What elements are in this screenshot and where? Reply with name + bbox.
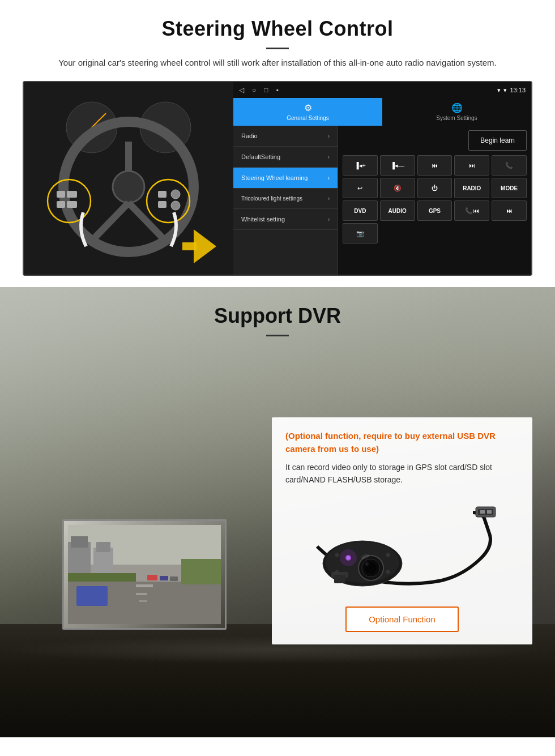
svg-rect-14 — [57, 201, 65, 208]
arrow-icon: › — [328, 175, 330, 181]
ctrl-next[interactable]: ⏭ — [454, 155, 489, 176]
menu-radio-label: Radio — [241, 133, 258, 139]
svg-point-53 — [335, 553, 339, 557]
svg-rect-39 — [480, 510, 485, 514]
ctrl-gps[interactable]: GPS — [417, 200, 452, 221]
svg-rect-24 — [71, 536, 88, 548]
android-content: Radio › DefaultSetting › Steering Wheel … — [233, 126, 531, 275]
android-panel: ◁ ○ □ ▪ ▾ ▾ 13:13 ⚙ General Settings 🌐 S… — [233, 82, 531, 275]
tab-general-settings[interactable]: ⚙ General Settings — [233, 98, 382, 126]
ctrl-phone-next[interactable]: ⏭ — [492, 200, 527, 221]
svg-point-51 — [340, 549, 357, 566]
svg-rect-29 — [136, 584, 153, 587]
optional-function-button[interactable]: Optional Function — [345, 606, 459, 632]
nav-menu-icon[interactable]: ▪ — [276, 86, 279, 94]
ctrl-camera[interactable]: 📷 — [343, 223, 378, 244]
ctrl-hangup[interactable]: ↩ — [343, 178, 378, 198]
radio-label: RADIO — [463, 185, 481, 191]
steering-wheel-svg — [24, 82, 233, 275]
nav-square-icon[interactable]: □ — [264, 86, 268, 94]
power-icon: ⏻ — [432, 185, 438, 191]
tab-system-label: System Settings — [436, 115, 477, 121]
menu-item-steering[interactable]: Steering Wheel learning › — [233, 168, 338, 189]
dvr-section: Support DVR — [0, 287, 555, 737]
gear-icon: ⚙ — [304, 102, 312, 113]
svg-rect-17 — [158, 191, 166, 198]
dvr-divider — [266, 335, 289, 336]
tab-general-label: General Settings — [287, 115, 329, 121]
menu-item-default[interactable]: DefaultSetting › — [233, 147, 338, 168]
ctrl-vol-down[interactable]: ▐◂— — [380, 155, 415, 176]
arrow-icon: › — [328, 195, 330, 202]
svg-rect-50 — [334, 575, 345, 583]
signal-icon: ▾ — [497, 87, 501, 94]
ctrl-prev[interactable]: ⏮ — [417, 155, 452, 176]
ctrl-radio[interactable]: RADIO — [454, 178, 489, 198]
camera-icon: 📷 — [356, 230, 364, 237]
arrow-icon: › — [328, 216, 330, 223]
ctrl-phone-prev[interactable]: 📞⏮ — [454, 200, 489, 221]
svg-rect-33 — [160, 576, 168, 580]
hangup-icon: ↩ — [357, 185, 362, 192]
svg-rect-31 — [139, 600, 147, 602]
svg-point-46 — [365, 562, 369, 566]
phone-next-icon: ⏭ — [506, 207, 513, 214]
menu-default-label: DefaultSetting — [241, 153, 280, 160]
dvr-camera-svg — [306, 501, 498, 592]
ctrl-phone[interactable]: 📞 — [492, 155, 527, 176]
svg-rect-35 — [76, 586, 108, 606]
ctrl-vol-up[interactable]: ▐◂+ — [343, 155, 378, 176]
svg-point-54 — [386, 553, 390, 557]
dvr-preview-thumbnail — [62, 519, 227, 630]
menu-item-tricoloured[interactable]: Tricoloured light settings › — [233, 189, 338, 209]
nav-home-icon[interactable]: ○ — [252, 86, 256, 94]
mute-icon: 🔇 — [394, 185, 402, 192]
ctrl-mode[interactable]: MODE — [492, 178, 527, 198]
nav-icons: ◁ ○ □ ▪ — [239, 86, 494, 94]
phone-prev-icon: 📞⏮ — [465, 207, 479, 215]
status-time: 13:13 — [510, 87, 526, 93]
ctrl-power[interactable]: ⏻ — [417, 178, 452, 198]
svg-rect-27 — [68, 573, 136, 582]
menu-item-radio[interactable]: Radio › — [233, 126, 338, 147]
begin-learn-button[interactable]: Begin learn — [468, 130, 527, 151]
svg-point-56 — [386, 570, 390, 574]
control-buttons-grid: ▐◂+ ▐◂— ⏮ ⏭ 📞 — [343, 155, 527, 244]
menu-item-whitelist[interactable]: Whitelist setting › — [233, 209, 338, 230]
svg-rect-18 — [158, 201, 166, 208]
dvd-label: DVD — [354, 208, 366, 214]
svg-rect-15 — [67, 191, 77, 198]
svg-rect-12 — [182, 242, 197, 250]
ctrl-dvd[interactable]: DVD — [343, 200, 378, 221]
android-controls: Begin learn ▐◂+ ▐◂— ⏮ — [338, 126, 531, 275]
svg-point-20 — [171, 201, 180, 210]
dvr-description: It can record video only to storage in G… — [285, 461, 519, 486]
svg-point-5 — [113, 171, 144, 203]
optional-text: (Optional function, require to buy exter… — [285, 430, 519, 455]
svg-rect-22 — [68, 525, 221, 565]
svg-rect-36 — [181, 559, 221, 584]
dvr-preview-svg — [68, 525, 221, 624]
subtitle-text: Your original car's steering wheel contr… — [51, 56, 504, 70]
phone-icon: 📞 — [505, 162, 513, 169]
ctrl-audio[interactable]: AUDIO — [380, 200, 415, 221]
nav-back-icon[interactable]: ◁ — [239, 86, 244, 94]
dvr-title: Support DVR — [0, 287, 555, 328]
wifi-icon: ▾ — [503, 87, 507, 94]
svg-rect-13 — [57, 191, 65, 198]
ctrl-mute[interactable]: 🔇 — [380, 178, 415, 198]
steering-wheel-image — [24, 82, 233, 275]
mode-label: MODE — [501, 185, 518, 191]
dvr-preview-inner — [64, 521, 225, 628]
globe-icon: 🌐 — [451, 102, 463, 113]
arrow-icon: › — [328, 133, 330, 139]
steering-wheel-section: Steering Wheel Control Your original car… — [0, 0, 555, 287]
dvr-camera-image — [285, 496, 519, 597]
svg-rect-16 — [67, 201, 77, 208]
arrow-icon: › — [328, 154, 330, 160]
svg-rect-34 — [170, 576, 178, 581]
svg-point-55 — [335, 570, 339, 574]
vol-up-icon: ▐◂+ — [355, 162, 366, 169]
tab-system-settings[interactable]: 🌐 System Settings — [382, 98, 531, 126]
menu-tricoloured-label: Tricoloured light settings — [241, 195, 302, 202]
